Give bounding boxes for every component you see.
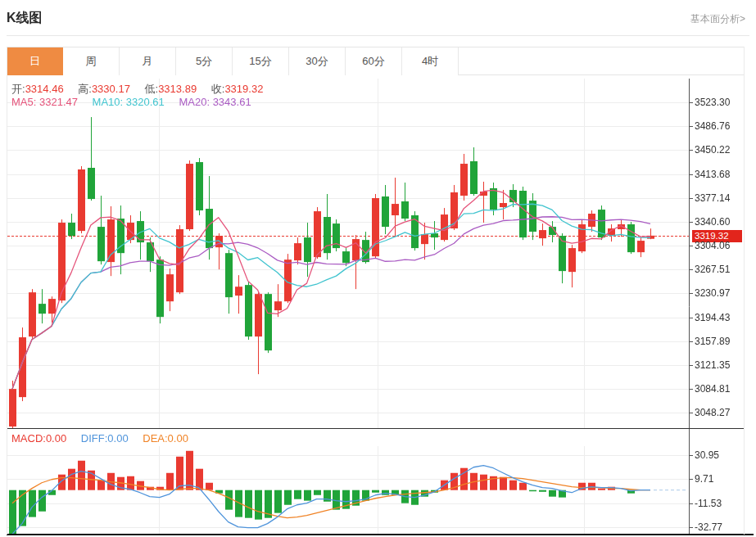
fundamental-analysis-link[interactable]: 基本面分析> <box>690 12 745 26</box>
ma20-value: 3343.61 <box>213 96 251 108</box>
price-axis-label: 3450.22 <box>695 144 745 156</box>
price-axis-label: 3084.81 <box>695 383 745 395</box>
macd-axis-label: -32.77 <box>695 521 745 533</box>
diff-value: 0.00 <box>107 432 128 444</box>
macd-value: 0.00 <box>46 432 66 444</box>
tab-周[interactable]: 周 <box>63 47 120 75</box>
macd-axis-label: 9.71 <box>695 473 745 485</box>
tab-bar-filler <box>459 47 745 74</box>
price-axis-label: 3523.30 <box>695 97 745 108</box>
price-axis-label: 3267.51 <box>695 264 745 275</box>
high-value: 3330.17 <box>92 83 130 95</box>
widget-left-border <box>7 47 7 535</box>
macd-legend: MACD:0.00 DIFF:0.00 DEA:0.00 <box>11 432 200 444</box>
ohlc-legend: 开:3314.46 高:3330.17 低:3313.89 收:3319.32 <box>11 82 274 97</box>
tab-15分[interactable]: 15分 <box>233 47 289 75</box>
title-separator <box>7 35 749 36</box>
period-tab-bar: 日周月5分15分30分60分4时 <box>7 47 745 75</box>
macd-axis-label: -11.53 <box>695 498 745 509</box>
kline-chart-canvas[interactable] <box>0 0 756 537</box>
price-axis-label: 3413.68 <box>695 169 745 180</box>
kline-page: { "header": { "title": "K线图", "link": "基… <box>0 0 756 537</box>
dea-label: DEA: <box>143 432 167 444</box>
ma10-label: MA10: <box>93 96 124 108</box>
ma-legend: MA5: 3321.47 MA10: 3320.61 MA20: 3343.61 <box>11 96 263 108</box>
dea-value: 0.00 <box>168 432 188 444</box>
price-axis-label: 3157.89 <box>695 336 745 347</box>
price-axis-label: 3194.43 <box>695 312 745 323</box>
ma5-value: 3321.47 <box>39 96 78 108</box>
tab-60分[interactable]: 60分 <box>346 47 402 75</box>
low-value: 3313.89 <box>158 83 197 95</box>
diff-label: DIFF: <box>81 432 108 444</box>
ma5-label: MA5: <box>11 96 36 108</box>
open-value: 3314.46 <box>25 83 64 95</box>
price-axis-label: 3304.06 <box>695 240 745 251</box>
ma20-label: MA20: <box>179 96 210 108</box>
high-label: 高: <box>78 83 92 95</box>
tab-30分[interactable]: 30分 <box>289 47 346 75</box>
page-title: K线图 <box>7 10 43 27</box>
macd-label: MACD: <box>11 432 46 444</box>
price-axis-label: 3377.14 <box>695 192 745 204</box>
open-label: 开: <box>11 83 25 95</box>
ma10-value: 3320.61 <box>126 96 165 108</box>
tab-4时[interactable]: 4时 <box>402 47 459 75</box>
price-axis-label: 3048.27 <box>695 407 745 418</box>
tab-日[interactable]: 日 <box>7 47 63 75</box>
low-label: 低: <box>145 83 159 95</box>
close-value: 3319.32 <box>224 83 263 95</box>
price-axis-label: 3121.35 <box>695 359 745 371</box>
price-axis-label: 3340.60 <box>695 216 745 228</box>
macd-axis-label: 30.95 <box>695 449 745 461</box>
tab-月[interactable]: 月 <box>120 47 176 75</box>
price-axis-label: 3230.97 <box>695 287 745 299</box>
tab-5分[interactable]: 5分 <box>176 47 233 75</box>
close-label: 收: <box>211 83 225 95</box>
price-axis-label: 3486.76 <box>695 120 745 132</box>
